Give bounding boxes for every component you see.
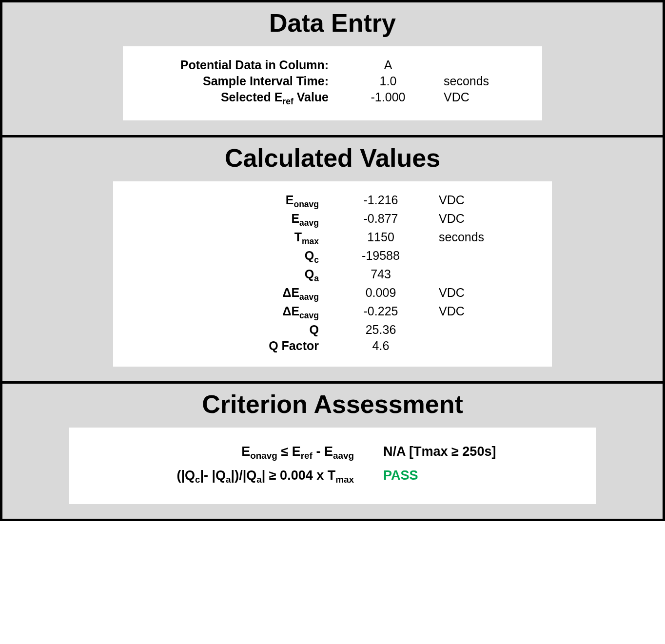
calculated-row: Eonavg-1.216VDC: [125, 193, 540, 210]
calculated-unit: VDC: [427, 304, 540, 318]
calculated-row: Qc-19588: [125, 249, 540, 265]
criterion-section: Criterion Assessment Eonavg ≤ Eref - Eaa…: [2, 384, 663, 519]
calculated-label: ΔEaavg: [125, 286, 334, 302]
calculated-value: -19588: [334, 249, 427, 263]
calculated-row: ΔEcavg-0.225VDC: [125, 304, 540, 321]
calculated-unit: VDC: [427, 212, 540, 226]
criterion-title: Criterion Assessment: [2, 384, 663, 428]
calculated-row: Tmax1150seconds: [125, 230, 540, 247]
calculated-row: ΔEaavg0.009VDC: [125, 286, 540, 302]
criterion-row: (|Qc|- |Qa|)/|Qa| ≥ 0.004 x TmaxPASS: [81, 468, 584, 485]
criterion-row: Eonavg ≤ Eref - EaavgN/A [Tmax ≥ 250s]: [81, 444, 584, 461]
data-entry-row: Selected Eref Value-1.000VDC: [135, 90, 530, 107]
calculated-label: ΔEcavg: [125, 304, 334, 321]
calculated-value: -1.216: [334, 193, 427, 207]
calculated-value: 4.6: [334, 339, 427, 353]
calculated-value: 743: [334, 267, 427, 281]
calculated-label: Q: [125, 323, 334, 337]
calculated-row: Q Factor4.6: [125, 339, 540, 353]
field-value: -1.000: [344, 90, 432, 104]
calculated-row: Eaavg-0.877VDC: [125, 212, 540, 228]
data-entry-title: Data Entry: [2, 2, 663, 46]
criterion-result: N/A [Tmax ≥ 250s]: [383, 444, 584, 459]
calculated-row: Qa743: [125, 267, 540, 284]
document-container: Data Entry Potential Data in Column:ASam…: [0, 0, 665, 521]
field-label: Selected Eref Value: [135, 90, 344, 107]
field-value: A: [344, 58, 432, 72]
criterion-result: PASS: [383, 468, 584, 483]
data-entry-row: Sample Interval Time:1.0seconds: [135, 74, 530, 88]
calculated-section: Calculated Values Eonavg-1.216VDCEaavg-0…: [2, 137, 663, 384]
calculated-panel: Eonavg-1.216VDCEaavg-0.877VDCTmax1150sec…: [113, 181, 552, 367]
calculated-value: -0.877: [334, 212, 427, 226]
criterion-panel: Eonavg ≤ Eref - EaavgN/A [Tmax ≥ 250s](|…: [69, 428, 596, 504]
calculated-value: 1150: [334, 230, 427, 244]
calculated-unit: seconds: [427, 230, 540, 244]
calculated-label: Qc: [125, 249, 334, 265]
calculated-title: Calculated Values: [2, 137, 663, 181]
calculated-row: Q25.36: [125, 323, 540, 337]
field-unit: seconds: [432, 74, 530, 88]
field-value: 1.0: [344, 74, 432, 88]
data-entry-panel: Potential Data in Column:ASample Interva…: [123, 46, 542, 120]
calculated-value: 0.009: [334, 286, 427, 300]
data-entry-section: Data Entry Potential Data in Column:ASam…: [2, 2, 663, 137]
field-label: Sample Interval Time:: [135, 74, 344, 88]
calculated-label: Eaavg: [125, 212, 334, 228]
field-label: Potential Data in Column:: [135, 58, 344, 72]
criterion-expression: Eonavg ≤ Eref - Eaavg: [81, 444, 383, 461]
calculated-label: Q Factor: [125, 339, 334, 353]
calculated-value: -0.225: [334, 304, 427, 318]
calculated-unit: VDC: [427, 286, 540, 300]
data-entry-row: Potential Data in Column:A: [135, 58, 530, 72]
field-unit: VDC: [432, 90, 530, 104]
calculated-label: Qa: [125, 267, 334, 284]
calculated-label: Tmax: [125, 230, 334, 247]
calculated-unit: VDC: [427, 193, 540, 207]
calculated-value: 25.36: [334, 323, 427, 337]
calculated-label: Eonavg: [125, 193, 334, 210]
criterion-expression: (|Qc|- |Qa|)/|Qa| ≥ 0.004 x Tmax: [81, 468, 383, 485]
